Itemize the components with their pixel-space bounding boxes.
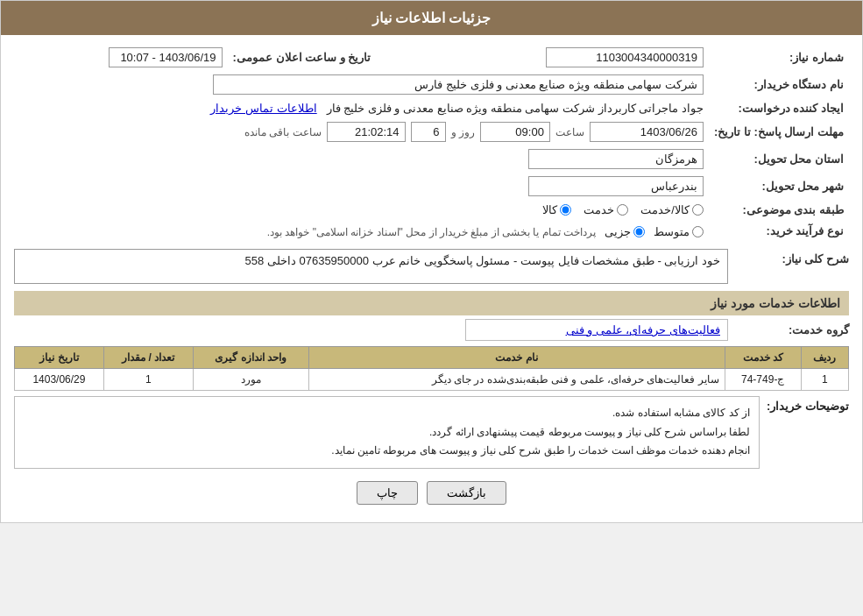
procedure-option-minor[interactable]: جزیی [605, 225, 645, 238]
category-option-service[interactable]: خدمت [584, 203, 628, 216]
buyer-notes-box: از کد کالای مشابه استفاده شده.لطفا براسا… [14, 396, 760, 469]
response-deadline-row: مهلت ارسال پاسخ: تا تاریخ: 1403/06/26 سا… [14, 118, 849, 145]
delivery-city-input: بندرعباس [528, 176, 704, 196]
announce-datetime-input: 1403/06/19 - 10:07 [109, 47, 223, 67]
service-group-link[interactable]: فعالیت‌های حرفه‌ای، علمی و فنی [566, 323, 720, 336]
services-section-title: اطلاعات خدمات مورد نیاز [14, 291, 849, 315]
col-unit: واحد اندازه گیری [193, 347, 308, 369]
need-number-value: 1103004340000319 [421, 44, 709, 71]
table-row: 1 ج-749-74 سایر فعالیت‌های حرفه‌ای، علمی… [15, 369, 849, 391]
delivery-province-value: هرمزگان [14, 145, 709, 173]
delivery-city-row: شهر محل تحویل: بندرعباس [14, 173, 849, 200]
category-option-goods-service[interactable]: کالا/خدمت [640, 203, 704, 216]
response-deadline-value: 1403/06/26 ساعت 09:00 روز و 6 21:02:14 [14, 118, 709, 145]
col-qty: تعداد / مقدار [103, 347, 193, 369]
remaining-label: ساعت باقی مانده [244, 126, 322, 138]
services-table-body: 1 ج-749-74 سایر فعالیت‌های حرفه‌ای، علمی… [15, 369, 849, 391]
cell-date: 1403/06/29 [15, 369, 104, 391]
need-desc-section: شرح کلی نیاز: خود ارزیابی - طبق مشخصات ف… [14, 249, 849, 284]
services-table: ردیف کد خدمت نام خدمت واحد اندازه گیری ت… [14, 346, 849, 391]
category-option-goods[interactable]: کالا [542, 203, 571, 216]
info-table: شماره نیاز: 1103004340000319 تاریخ و ساع… [14, 44, 849, 242]
btn-row: بازگشت چاپ [14, 481, 849, 505]
buyer-note-line: انجام دهنده خدمات موظف است خدمات را طبق … [24, 442, 750, 461]
procedure-label: نوع فرآیند خرید: [709, 220, 849, 242]
need-desc-label: شرح کلی نیاز: [735, 249, 849, 266]
col-code: کد خدمت [725, 347, 801, 369]
need-number-input: 1103004340000319 [546, 47, 704, 67]
page-content: شماره نیاز: 1103004340000319 تاریخ و ساع… [1, 35, 862, 522]
procedure-row: نوع فرآیند خرید: متوسط جزیی پرداخت تمام … [14, 220, 849, 242]
need-number-row: شماره نیاز: 1103004340000319 تاریخ و ساع… [14, 44, 849, 71]
buyer-org-label: نام دستگاه خریدار: [709, 71, 849, 98]
back-button[interactable]: بازگشت [427, 481, 506, 505]
services-table-header-row: ردیف کد خدمت نام خدمت واحد اندازه گیری ت… [15, 347, 849, 369]
col-row: ردیف [801, 347, 848, 369]
response-days-input: 6 [411, 122, 446, 142]
cell-code: ج-749-74 [725, 369, 801, 391]
col-date: تاریخ نیاز [15, 347, 104, 369]
page-header: جزئیات اطلاعات نیاز [1, 1, 862, 35]
buyer-notes-section: توضیحات خریدار: از کد کالای مشابه استفاد… [14, 396, 849, 469]
remaining-time-input: 21:02:14 [327, 122, 406, 142]
creator-value: جواد ماجراتی کاربرداز شرکت سهامی منطقه و… [14, 98, 709, 118]
service-group-value: فعالیت‌های حرفه‌ای، علمی و فنی [465, 319, 728, 341]
buyer-notes-label: توضیحات خریدار: [767, 396, 849, 413]
col-name: نام خدمت [308, 347, 725, 369]
category-label: طبقه بندی موضوعی: [709, 200, 849, 220]
cell-qty: 1 [103, 369, 193, 391]
creator-link[interactable]: اطلاعات تماس خریدار [210, 102, 316, 115]
cell-row: 1 [801, 369, 848, 391]
response-date-input: 1403/06/26 [590, 122, 704, 142]
buyer-note-line: از کد کالای مشابه استفاده شده. [24, 404, 750, 423]
response-day-label: روز و [451, 126, 475, 138]
category-row: طبقه بندی موضوعی: کالا/خدمت خدمت کالا [14, 200, 849, 220]
procedure-note: پرداخت تمام یا بخشی از مبلغ خریدار از مح… [267, 226, 596, 238]
procedure-option-partial[interactable]: متوسط [654, 225, 704, 238]
print-button[interactable]: چاپ [357, 481, 418, 505]
page-wrapper: جزئیات اطلاعات نیاز شماره نیاز: 11030043… [0, 0, 863, 523]
procedure-options: متوسط جزیی پرداخت تمام یا بخشی از مبلغ خ… [14, 220, 709, 242]
cell-unit: مورد [193, 369, 308, 391]
creator-label: ایجاد کننده درخواست: [709, 98, 849, 118]
buyer-org-row: نام دستگاه خریدار: شرکت سهامی منطقه ویژه… [14, 71, 849, 98]
delivery-city-label: شهر محل تحویل: [709, 173, 849, 200]
announce-datetime-value: 1403/06/19 - 10:07 [14, 44, 228, 71]
creator-row: ایجاد کننده درخواست: جواد ماجراتی کاربرد… [14, 98, 849, 118]
services-table-head: ردیف کد خدمت نام خدمت واحد اندازه گیری ت… [15, 347, 849, 369]
delivery-province-row: استان محل تحویل: هرمزگان [14, 145, 849, 173]
cell-name: سایر فعالیت‌های حرفه‌ای، علمی و فنی طبقه… [308, 369, 725, 391]
service-group-row: گروه خدمت: فعالیت‌های حرفه‌ای، علمی و فن… [14, 319, 849, 341]
service-group-label: گروه خدمت: [735, 323, 849, 336]
need-number-label: شماره نیاز: [709, 44, 849, 71]
need-desc-input: خود ارزیابی - طبق مشخصات فایل پیوست - مس… [14, 249, 728, 284]
buyer-org-input: شرکت سهامی منطقه ویژه صنایع معدنی و فلزی… [213, 74, 704, 95]
category-options: کالا/خدمت خدمت کالا [14, 200, 709, 220]
buyer-org-value: شرکت سهامی منطقه ویژه صنایع معدنی و فلزی… [14, 71, 709, 98]
page-title: جزئیات اطلاعات نیاز [372, 11, 492, 25]
buyer-note-line: لطفا براساس شرح کلی نیاز و پیوست مربوطه … [24, 423, 750, 443]
response-time-label: ساعت [555, 126, 584, 138]
delivery-province-input: هرمزگان [528, 149, 704, 169]
delivery-city-value: بندرعباس [14, 173, 709, 200]
response-deadline-label: مهلت ارسال پاسخ: تا تاریخ: [709, 118, 849, 145]
response-time-input: 09:00 [480, 122, 550, 142]
announce-datetime-label: تاریخ و ساعت اعلان عمومی: [228, 44, 403, 71]
delivery-province-label: استان محل تحویل: [709, 145, 849, 173]
